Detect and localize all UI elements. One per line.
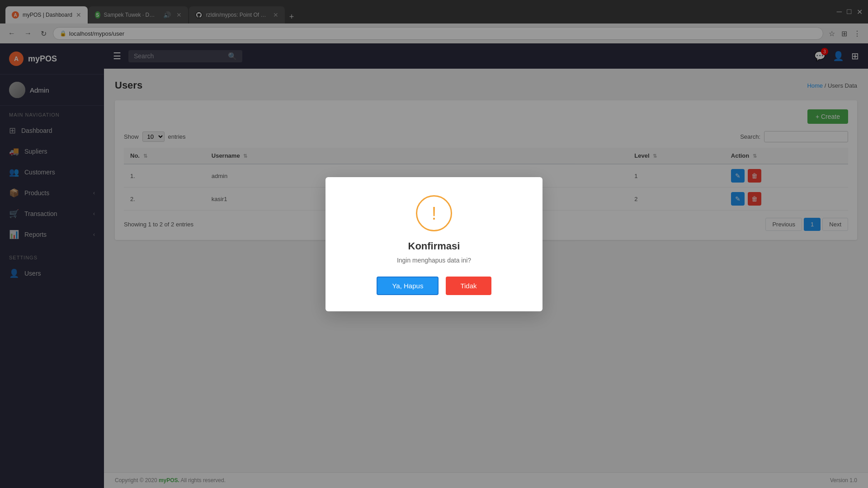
modal-cancel-button[interactable]: Tidak: [446, 277, 491, 295]
modal-title: Konfirmasi: [344, 240, 524, 252]
modal-overlay[interactable]: ! Konfirmasi Ingin menghapus data ini? Y…: [0, 0, 868, 488]
modal-dialog: ! Konfirmasi Ingin menghapus data ini? Y…: [326, 177, 542, 311]
modal-confirm-button[interactable]: Ya, Hapus: [377, 277, 439, 295]
modal-exclamation-icon: !: [431, 204, 436, 222]
modal-buttons: Ya, Hapus Tidak: [344, 277, 524, 295]
modal-text: Ingin menghapus data ini?: [344, 257, 524, 264]
modal-warning-circle: !: [416, 195, 452, 231]
